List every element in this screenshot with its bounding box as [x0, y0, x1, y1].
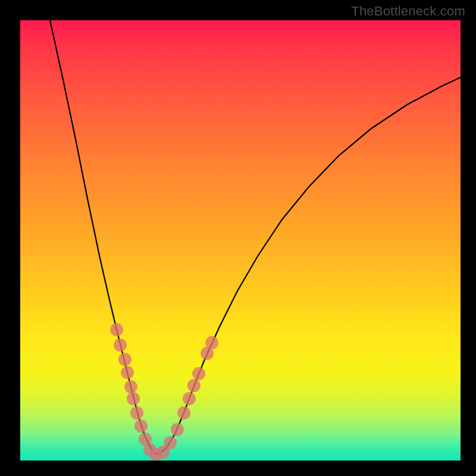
scatter-point [124, 380, 137, 393]
right-branch-curve [157, 77, 461, 455]
chart-frame: TheBottleneck.com [0, 0, 476, 476]
plot-area [20, 20, 461, 461]
scatter-point [205, 336, 218, 349]
scatter-point [164, 436, 177, 449]
left-branch-curve [50, 20, 157, 455]
scatter-point [114, 339, 127, 352]
scatter-point [177, 406, 190, 419]
scatter-point [130, 406, 143, 419]
scatter-point [134, 419, 148, 433]
scatter-point [192, 367, 205, 380]
scatter-point [187, 379, 201, 392]
scatter-point [121, 366, 134, 379]
scatter-point [118, 353, 131, 366]
chart-svg [20, 20, 461, 461]
scatter-markers [110, 323, 218, 461]
scatter-point [127, 392, 140, 405]
watermark-text: TheBottleneck.com [351, 4, 465, 19]
scatter-point [110, 323, 123, 336]
scatter-point [171, 423, 184, 436]
scatter-point [183, 392, 196, 405]
